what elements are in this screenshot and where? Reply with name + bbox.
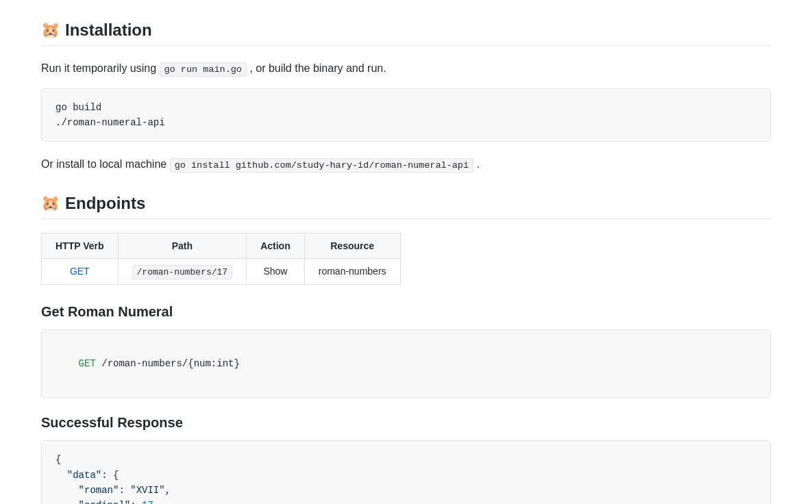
build-code-block: go build ./roman-numeral-api — [41, 88, 771, 142]
installation-icon: 🐹 — [41, 21, 60, 39]
install-intro: Or install to local machine go install g… — [41, 155, 771, 173]
installation-title: 🐹 Installation — [41, 21, 771, 40]
get-label: GET — [79, 358, 96, 369]
get-roman-numeral-code: GET /roman-numbers/{num:int} — [41, 329, 771, 399]
installation-intro: Run it temporarily using go run main.go … — [41, 60, 771, 77]
path-code: /roman-numbers/17 — [132, 265, 233, 279]
inline-code-install: go install github.com/study-hary-id/roma… — [170, 158, 473, 173]
json-line-2: "data": { — [56, 468, 756, 483]
cell-path: /roman-numbers/17 — [118, 258, 247, 284]
json-line-1: { — [56, 452, 756, 467]
installation-divider — [41, 45, 771, 46]
json-line-3: "roman": "XVII", — [56, 483, 756, 498]
col-header-action: Action — [247, 233, 305, 258]
cell-action: Show — [247, 258, 305, 284]
cell-verb: GET — [42, 258, 119, 284]
table-header-row: HTTP Verb Path Action Resource — [42, 233, 401, 258]
path-label: /roman-numbers/{num:int} — [96, 358, 240, 369]
successful-response-title: Successful Response — [41, 415, 771, 431]
col-header-path: Path — [118, 233, 247, 258]
successful-response-section: Successful Response { "data": { "roman":… — [41, 415, 771, 504]
endpoints-section: 🐹 Endpoints HTTP Verb Path Action Resour… — [41, 194, 771, 504]
col-header-verb: HTTP Verb — [42, 233, 119, 258]
endpoints-icon: 🐹 — [41, 194, 60, 212]
cell-resource: roman-numbers — [304, 258, 400, 284]
endpoints-divider — [41, 218, 771, 219]
get-roman-numeral-title: Get Roman Numeral — [41, 304, 771, 320]
json-line-4: "ordinal": 17 — [56, 498, 756, 504]
json-response-block: { "data": { "roman": "XVII", "ordinal": … — [41, 440, 771, 504]
table-row: GET /roman-numbers/17 Show roman-numbers — [42, 258, 401, 284]
installation-section: 🐹 Installation Run it temporarily using … — [41, 21, 771, 173]
inline-code-run: go run main.go — [160, 62, 247, 77]
endpoints-title: 🐹 Endpoints — [41, 194, 771, 213]
col-header-resource: Resource — [304, 233, 400, 258]
endpoints-table: HTTP Verb Path Action Resource GET /roma… — [41, 233, 401, 285]
